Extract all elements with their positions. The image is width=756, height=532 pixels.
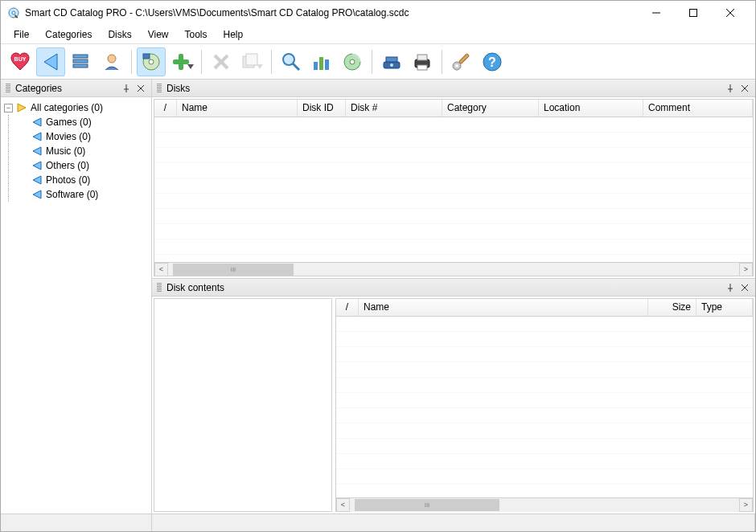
scroll-track[interactable]: III: [350, 498, 739, 512]
pin-button[interactable]: [725, 83, 736, 94]
svg-point-39: [455, 64, 458, 68]
svg-marker-8: [44, 54, 57, 70]
contents-body: / Name Size Type < III >: [152, 297, 755, 514]
panel-close-button[interactable]: [135, 83, 146, 94]
grip-icon: [157, 283, 162, 293]
menu-tools[interactable]: Tools: [177, 27, 216, 43]
menu-view[interactable]: View: [140, 27, 177, 43]
statistics-button[interactable]: [307, 47, 336, 76]
maximize-button[interactable]: [675, 1, 712, 25]
tree-item[interactable]: Movies (0): [9, 129, 150, 144]
svg-marker-50: [33, 190, 41, 198]
menubar: File Categories Disks View Tools Help: [1, 25, 755, 44]
main-area: Categories − All categories (0) Games (0…: [1, 80, 755, 514]
col-disk-id[interactable]: Disk ID: [298, 100, 346, 117]
tree-item[interactable]: Games (0): [9, 115, 150, 129]
scroll-right-button[interactable]: >: [739, 263, 753, 276]
scroll-left-button[interactable]: <: [336, 498, 350, 512]
close-button[interactable]: [712, 1, 749, 25]
svg-rect-15: [143, 54, 150, 59]
toolbar: BUY ?: [1, 44, 755, 80]
col-size[interactable]: Size: [648, 299, 696, 316]
col-name[interactable]: Name: [177, 100, 298, 117]
contents-hscroll[interactable]: < III >: [336, 497, 753, 511]
pin-button[interactable]: [725, 282, 736, 293]
contacts-button[interactable]: [97, 47, 126, 76]
disc-button[interactable]: [338, 47, 367, 76]
buy-button[interactable]: BUY: [6, 47, 35, 76]
col-comment[interactable]: Comment: [643, 100, 753, 117]
col-marker[interactable]: /: [154, 100, 177, 117]
col-name[interactable]: Name: [359, 299, 648, 316]
scroll-track[interactable]: III: [168, 263, 739, 276]
scroll-thumb[interactable]: III: [173, 264, 294, 276]
statusbar-cell: [1, 514, 152, 531]
svg-rect-9: [73, 55, 88, 58]
tree-item[interactable]: Music (0): [9, 144, 150, 158]
svg-point-33: [390, 63, 393, 67]
grip-icon: [157, 84, 162, 93]
svg-point-12: [108, 55, 116, 63]
help-button[interactable]: ?: [478, 47, 507, 76]
print-button[interactable]: [408, 47, 437, 76]
tree-root[interactable]: − All categories (0): [2, 100, 150, 115]
add-button[interactable]: [167, 47, 196, 76]
delete-button[interactable]: [207, 47, 236, 76]
svg-marker-49: [33, 176, 41, 184]
category-button[interactable]: [36, 47, 65, 76]
toolbar-separator: [131, 50, 132, 74]
menu-categories[interactable]: Categories: [37, 27, 100, 43]
menu-file[interactable]: File: [6, 27, 37, 43]
properties-button[interactable]: [237, 47, 266, 76]
categories-header: Categories: [1, 80, 151, 97]
contents-table-body[interactable]: [336, 317, 753, 497]
right-panel: Disks / Name Disk ID Disk # Category Loc…: [152, 80, 755, 514]
search-button[interactable]: [277, 47, 306, 76]
svg-rect-10: [73, 59, 88, 63]
disks-table-header: / Name Disk ID Disk # Category Location …: [154, 100, 753, 117]
col-location[interactable]: Location: [539, 100, 643, 117]
category-icon: [31, 174, 43, 186]
import-button[interactable]: [377, 47, 406, 76]
categories-tree[interactable]: − All categories (0) Games (0) Movies (0…: [1, 97, 151, 514]
disks-panel: Disks / Name Disk ID Disk # Category Loc…: [152, 80, 755, 279]
grip-icon: [6, 84, 10, 93]
svg-rect-17: [173, 59, 189, 64]
tree-item-label: Photos (0): [46, 174, 90, 186]
panel-close-button[interactable]: [739, 282, 750, 293]
svg-marker-47: [33, 147, 41, 155]
disks-table-body[interactable]: [154, 117, 753, 262]
add-disk-button[interactable]: [137, 47, 166, 76]
pin-button[interactable]: [121, 83, 132, 94]
disks-button[interactable]: [67, 47, 96, 76]
svg-marker-48: [33, 162, 41, 170]
disks-hscroll[interactable]: < III >: [154, 262, 753, 276]
scroll-left-button[interactable]: <: [154, 263, 168, 276]
tree-item-label: Movies (0): [46, 131, 91, 142]
col-disk-num[interactable]: Disk #: [346, 100, 442, 117]
col-category[interactable]: Category: [442, 100, 539, 117]
svg-point-24: [283, 54, 294, 65]
app-icon: [7, 6, 20, 19]
menu-help[interactable]: Help: [216, 27, 252, 43]
svg-rect-22: [246, 54, 257, 65]
menu-disks[interactable]: Disks: [100, 27, 139, 43]
minimize-button[interactable]: [638, 1, 675, 25]
col-type[interactable]: Type: [696, 299, 753, 316]
panel-close-button[interactable]: [739, 83, 750, 94]
tree-expander[interactable]: −: [4, 104, 13, 113]
svg-rect-37: [459, 53, 470, 63]
col-marker[interactable]: /: [336, 299, 359, 316]
tree-item[interactable]: Others (0): [9, 158, 150, 173]
tree-item[interactable]: Photos (0): [9, 173, 150, 187]
svg-marker-46: [33, 133, 41, 141]
svg-marker-23: [257, 64, 263, 69]
contents-tree[interactable]: [154, 298, 332, 512]
category-icon: [31, 189, 43, 200]
tree-item-label: Music (0): [46, 145, 85, 157]
tree-item[interactable]: Software (0): [9, 187, 150, 202]
scroll-thumb[interactable]: III: [355, 499, 499, 511]
scroll-right-button[interactable]: >: [739, 498, 753, 512]
category-icon: [31, 145, 43, 157]
settings-button[interactable]: [447, 47, 476, 76]
